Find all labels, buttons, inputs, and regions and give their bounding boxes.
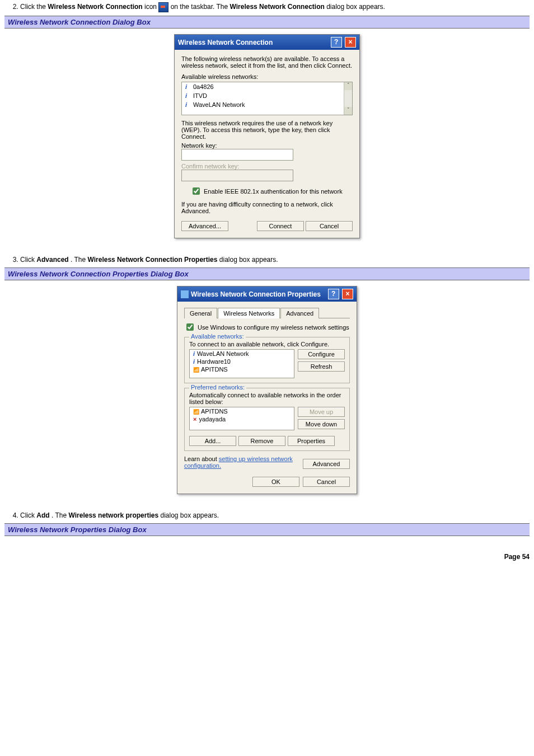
list-item[interactable]: APITDNS bbox=[190, 407, 294, 415]
cancel-button[interactable]: Cancel bbox=[303, 477, 350, 487]
tab-wireless-networks[interactable]: Wireless Networks bbox=[218, 308, 280, 318]
preferred-networks-list[interactable]: APITDNS yadayada bbox=[189, 407, 294, 430]
ieee-checkbox-label[interactable]: Enable IEEE 802.1x authentication for th… bbox=[190, 186, 343, 196]
text: Click bbox=[20, 256, 36, 264]
refresh-button[interactable]: Refresh bbox=[298, 361, 345, 372]
advanced-button[interactable]: Advanced bbox=[303, 459, 350, 469]
available-networks-group: Available networks: To connect to an ava… bbox=[184, 337, 350, 383]
advanced-note: If you are having difficulty connecting … bbox=[181, 201, 353, 214]
close-icon[interactable]: × bbox=[342, 289, 353, 299]
scrollbar[interactable]: ˄ ˅ bbox=[344, 82, 352, 115]
page-number: Page 54 bbox=[4, 553, 530, 561]
list-item[interactable]: 0a4826 bbox=[182, 82, 352, 91]
configure-button[interactable]: Configure bbox=[298, 349, 345, 359]
use-windows-checkbox[interactable] bbox=[186, 323, 194, 331]
available-networks-list[interactable]: WaveLAN Network Hardware10 APITDNS bbox=[189, 349, 294, 378]
wireless-connection-dialog: Wireless Network Connection ? × The foll… bbox=[174, 34, 360, 238]
ieee-checkbox[interactable] bbox=[193, 187, 200, 195]
tab-advanced[interactable]: Advanced bbox=[280, 308, 319, 318]
group-desc: Automatically connect to available netwo… bbox=[189, 392, 345, 405]
add-button[interactable]: Add... bbox=[189, 436, 236, 446]
tabs: General Wireless Networks Advanced bbox=[184, 307, 350, 318]
network-key-label: Network key: bbox=[181, 142, 243, 149]
section-header-1: Wireless Network Connection Dialog Box bbox=[4, 16, 530, 29]
dialog-description: The following wireless network(s) are av… bbox=[181, 55, 353, 69]
step-4: Click Add . The Wireless network propert… bbox=[20, 511, 530, 520]
titlebar[interactable]: Wireless Network Connection Properties ?… bbox=[177, 287, 357, 302]
text: . The bbox=[51, 511, 68, 519]
bold: Wireless Network Connection bbox=[230, 3, 325, 11]
close-icon[interactable]: × bbox=[345, 37, 356, 48]
text: dialog box appears. bbox=[160, 511, 219, 519]
help-icon[interactable]: ? bbox=[331, 37, 342, 48]
preferred-networks-group: Preferred networks: Automatically connec… bbox=[184, 388, 350, 451]
tab-general[interactable]: General bbox=[184, 308, 217, 318]
group-desc: To connect to an available network, clic… bbox=[189, 341, 345, 348]
section-header-3: Wireless Network Properties Dialog Box bbox=[4, 523, 530, 536]
remove-button[interactable]: Remove bbox=[238, 436, 285, 446]
advanced-button[interactable]: Advanced... bbox=[181, 221, 228, 231]
text: Click bbox=[20, 511, 36, 519]
move-up-button[interactable]: Move up bbox=[298, 407, 345, 417]
list-item[interactable]: yadayada bbox=[190, 415, 294, 423]
step-3: Click Advanced . The Wireless Network Co… bbox=[20, 255, 530, 264]
checkbox-text: Enable IEEE 802.1x authentication for th… bbox=[204, 188, 343, 195]
wep-note: This wireless network requires the use o… bbox=[181, 120, 353, 140]
app-icon bbox=[181, 290, 189, 298]
help-icon[interactable]: ? bbox=[328, 289, 339, 299]
use-windows-checkbox-label[interactable]: Use Windows to configure my wireless net… bbox=[184, 322, 349, 332]
text: . The bbox=[71, 256, 87, 264]
bold: Wireless Network Connection Properties bbox=[88, 256, 218, 264]
bold: Wireless network properties bbox=[68, 511, 158, 519]
section-header-2: Wireless Network Connection Properties D… bbox=[4, 267, 530, 280]
text: dialog box appears. bbox=[219, 256, 278, 264]
bold: Add bbox=[36, 511, 49, 519]
list-item[interactable]: APITDNS bbox=[190, 365, 294, 373]
properties-button[interactable]: Properties bbox=[288, 436, 335, 446]
title-text: Wireless Network Connection Properties bbox=[191, 290, 321, 298]
confirm-key-label: Confirm network key: bbox=[181, 163, 243, 170]
bold: Advanced bbox=[36, 256, 68, 264]
wireless-connection-icon bbox=[158, 2, 168, 12]
network-key-input[interactable] bbox=[181, 149, 293, 161]
confirm-key-input bbox=[181, 170, 293, 181]
checkbox-text: Use Windows to configure my wireless net… bbox=[198, 324, 349, 331]
ok-button[interactable]: OK bbox=[252, 477, 299, 487]
list-label: Available wireless networks: bbox=[181, 73, 353, 80]
list-item[interactable]: ITVD bbox=[182, 91, 352, 100]
connect-button[interactable]: Connect bbox=[257, 221, 304, 231]
text: Click the bbox=[20, 3, 48, 11]
cancel-button[interactable]: Cancel bbox=[306, 221, 353, 231]
text: icon bbox=[144, 3, 158, 11]
group-legend: Preferred networks: bbox=[189, 384, 246, 391]
text: dialog box appears. bbox=[326, 3, 385, 11]
text: on the taskbar. The bbox=[171, 3, 230, 11]
list-item[interactable]: WaveLAN Network bbox=[190, 350, 294, 358]
titlebar[interactable]: Wireless Network Connection ? × bbox=[175, 35, 359, 50]
wireless-properties-dialog: Wireless Network Connection Properties ?… bbox=[177, 286, 357, 494]
scroll-down-icon[interactable]: ˅ bbox=[344, 107, 352, 115]
list-item[interactable]: WaveLAN Network bbox=[182, 100, 352, 109]
available-networks-list[interactable]: 0a4826 ITVD WaveLAN Network ˄ ˅ bbox=[181, 82, 353, 115]
title-text: Wireless Network Connection bbox=[178, 39, 273, 46]
move-down-button[interactable]: Move down bbox=[298, 419, 345, 429]
scroll-up-icon[interactable]: ˄ bbox=[344, 82, 352, 90]
group-legend: Available networks: bbox=[189, 333, 246, 340]
step-2: Click the Wireless Network Connection ic… bbox=[20, 2, 530, 12]
bold: Wireless Network Connection bbox=[48, 3, 142, 11]
list-item[interactable]: Hardware10 bbox=[190, 358, 294, 365]
learn-text: Learn about bbox=[184, 456, 219, 462]
